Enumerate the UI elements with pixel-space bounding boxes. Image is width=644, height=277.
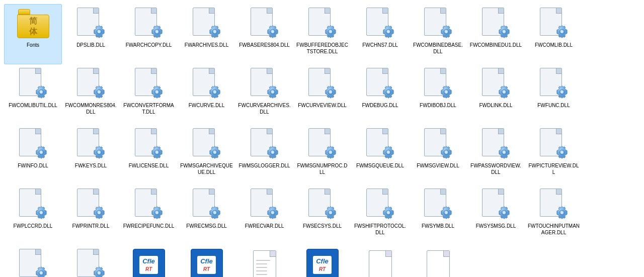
file-item-fwcurvearchives[interactable]: FWCURVEARCHIVES.DLL bbox=[235, 64, 293, 125]
file-item-fwrecmsg[interactable]: FWRECMSG.DLL bbox=[178, 185, 235, 245]
file-item-fwcombinedu1[interactable]: FWCOMBINEDU1.DLL bbox=[467, 4, 525, 64]
svg-point-45 bbox=[213, 151, 216, 154]
file-item-fwpictureview[interactable]: FWPICTUREVIEW.DLL bbox=[525, 125, 583, 185]
file-item-fwcurve[interactable]: FWCURVE.DLL bbox=[178, 64, 235, 125]
file-icon-fwrecmsg bbox=[191, 189, 223, 221]
file-label-fwarchives: FWARCHIVES.DLL bbox=[185, 42, 228, 48]
file-icon-fwshiftprotocol bbox=[364, 189, 396, 221]
file-item-fwarchives[interactable]: FWARCHIVES.DLL bbox=[178, 4, 235, 64]
file-item-fwrecipefunc[interactable]: FWRECIPEFUNC.DLL bbox=[120, 185, 178, 245]
file-item-fwarchcopy[interactable]: FWARCHCOPY.DLL bbox=[120, 4, 178, 64]
file-icon-fwmsglogger bbox=[249, 128, 281, 160]
file-item-fwbufferedobjectstore[interactable]: FWBUFFEREDOBJECTSTORE.DLL bbox=[293, 4, 351, 64]
file-item-fwutilbase[interactable]: FWUTILBASE.DLL bbox=[4, 245, 62, 277]
file-item-fwkeys[interactable]: FWKEYS.DLL bbox=[62, 125, 120, 185]
svg-point-31 bbox=[387, 90, 390, 94]
svg-point-19 bbox=[40, 90, 43, 94]
file-item-hmirtmres[interactable]: CfleRTHMIRTMRES.DLL bbox=[178, 245, 235, 277]
file-icon-fwinfo bbox=[17, 128, 49, 160]
file-item-fwsecsys[interactable]: FWSECSYS.DLL bbox=[293, 185, 351, 245]
file-item-fwsymb[interactable]: FWSYMB.DLL bbox=[409, 185, 467, 245]
file-label-fonts: Fonts bbox=[27, 42, 39, 48]
file-item-fwshiftprotocol[interactable]: FWSHIFTPROTOCOL.DLL bbox=[351, 185, 409, 245]
svg-point-15 bbox=[503, 30, 506, 33]
file-item-fwdlink[interactable]: FWDLINK.DLL bbox=[467, 64, 525, 125]
svg-point-39 bbox=[40, 151, 43, 154]
file-label-fwplccrd: FWPLCCRD.DLL bbox=[14, 223, 53, 229]
file-item-fwsysmsg[interactable]: FWSYSMSG.DLL bbox=[467, 185, 525, 245]
svg-point-65 bbox=[213, 211, 216, 214]
file-label-fwpictureview: FWPICTUREVIEW.DLL bbox=[527, 162, 580, 175]
file-icon-fwdibobj bbox=[422, 68, 454, 100]
file-item-fwdebug[interactable]: FWDEBUG.DLL bbox=[351, 64, 409, 125]
file-item-hmirtm[interactable]: CfleRTHMIRTM.EXE bbox=[120, 245, 178, 277]
file-label-fwprintr: FWPRINTR.DLL bbox=[72, 223, 110, 229]
file-icon-fwutilbase bbox=[17, 249, 49, 277]
file-item-fwcombinedbase[interactable]: FWCOMBINEDBASE.DLL bbox=[409, 4, 467, 64]
svg-point-81 bbox=[98, 271, 101, 274]
file-item-fwcommonres804[interactable]: FWCOMMONRES804.DLL bbox=[62, 64, 120, 125]
file-item-fwinfo[interactable]: FWINFO.DLL bbox=[4, 125, 62, 185]
file-label-fwdibobj: FWDIBOBJ.DLL bbox=[420, 102, 456, 109]
file-icon-fwchns7 bbox=[364, 8, 396, 40]
file-item-fwmsgarchivedqueue[interactable]: FWMSGARCHIVEQUEUE.DLL bbox=[178, 125, 235, 185]
file-item-log[interactable]: LOG bbox=[235, 245, 293, 277]
file-icon-fwcombinedu1 bbox=[480, 8, 512, 40]
file-item-fwfunc[interactable]: FWFUNC.DLL bbox=[525, 64, 583, 125]
svg-point-59 bbox=[40, 211, 43, 214]
file-item-fwcurveview[interactable]: FWCURVEVIEW.DLL bbox=[293, 64, 351, 125]
svg-point-79 bbox=[40, 271, 43, 274]
file-label-fwmsgarchivedqueue: FWMSGARCHIVEQUEUE.DLL bbox=[180, 162, 233, 175]
file-item-fwbaseres804[interactable]: FWBASERES804.DLL bbox=[235, 4, 293, 64]
file-item-pdatapwl2[interactable]: pdata.pwl2 bbox=[409, 245, 467, 277]
file-icon-fwconvertformat bbox=[133, 68, 165, 100]
file-icon-fwsecsys bbox=[306, 189, 339, 221]
file-label-fwmsgview: FWMSGVIEW.DLL bbox=[417, 162, 459, 169]
file-icon-pdatapwl1 bbox=[364, 249, 396, 277]
file-item-fwmsgview[interactable]: FWMSGVIEW.DLL bbox=[409, 125, 467, 185]
file-item-fwrecvar[interactable]: FWRECVAR.DLL bbox=[235, 185, 293, 245]
file-item-fwtouchinputmanager[interactable]: FWTOUCHINPUTMANAGER.DLL bbox=[525, 185, 583, 245]
file-icon-fonts: 简体 bbox=[17, 8, 49, 40]
file-label-fwdlink: FWDLINK.DLL bbox=[479, 102, 512, 109]
svg-point-43 bbox=[155, 151, 158, 154]
svg-point-53 bbox=[445, 151, 448, 154]
file-label-fwlicense: FWLICENSE.DLL bbox=[129, 162, 169, 169]
file-icon-fwprintr bbox=[75, 189, 107, 221]
svg-point-33 bbox=[445, 90, 448, 94]
file-icon-fwbaseres804 bbox=[249, 8, 281, 40]
file-item-fwplccrd[interactable]: FWPLCCRD.DLL bbox=[4, 185, 62, 245]
file-item-fwmsglogger[interactable]: FWMSGLOGGER.DLL bbox=[235, 125, 293, 185]
file-item-fwmsgnumproc[interactable]: FWMSGNUMPROC.DLL bbox=[293, 125, 351, 185]
svg-point-3 bbox=[155, 30, 158, 33]
file-icon-hmirtm: CfleRT bbox=[133, 249, 165, 277]
file-label-fwpasswordview: FWPASSWORDVIEW.DLL bbox=[469, 162, 522, 175]
file-item-fwprintr[interactable]: FWPRINTR.DLL bbox=[62, 185, 120, 245]
file-item-fwmsgqueue[interactable]: FWMSGQUEUE.DLL bbox=[351, 125, 409, 185]
file-label-fwrecvar: FWRECVAR.DLL bbox=[245, 223, 284, 229]
file-item-pdatapwl1[interactable]: pdata.pwl1 bbox=[351, 245, 409, 277]
svg-point-1 bbox=[98, 30, 101, 33]
file-item-dpslib[interactable]: DPSLIB.DLL bbox=[62, 4, 120, 64]
file-icon-fwbufferedobjectstore bbox=[306, 8, 339, 40]
file-item-fwconvertformat[interactable]: FWCONVERTFORMAT.DLL bbox=[120, 64, 178, 125]
file-item-fwdibobj[interactable]: FWDIBOBJ.DLL bbox=[409, 64, 467, 125]
file-icon-fwlicense bbox=[133, 128, 165, 160]
file-label-fwcommonres804: FWCOMMONRES804.DLL bbox=[64, 102, 117, 115]
file-label-fwshiftprotocol: FWSHIFTPROTOCOL.DLL bbox=[354, 223, 407, 236]
file-item-fwutilwndcls[interactable]: FWUTILWNDCLS.DLL bbox=[62, 245, 120, 277]
svg-point-69 bbox=[329, 211, 332, 214]
file-item-fwcomlibutil[interactable]: FWCOMLIBUTIL.DLL bbox=[4, 64, 62, 125]
file-item-fonts[interactable]: 简体Fonts bbox=[4, 4, 62, 64]
file-item-pdata[interactable]: CfleRTPDATA.FWX bbox=[293, 245, 351, 277]
file-item-fwpasswordview[interactable]: FWPASSWORDVIEW.DLL bbox=[467, 125, 525, 185]
svg-point-27 bbox=[271, 90, 274, 94]
file-item-fwlicense[interactable]: FWLICENSE.DLL bbox=[120, 125, 178, 185]
file-item-fwchns7[interactable]: FWCHNS7.DLL bbox=[351, 4, 409, 64]
file-icon-pdata: CfleRT bbox=[306, 249, 339, 277]
file-item-fwcomlib[interactable]: FWCOMLIB.DLL bbox=[525, 4, 583, 64]
file-icon-hmirtmres: CfleRT bbox=[191, 249, 223, 277]
svg-point-29 bbox=[329, 90, 332, 94]
file-icon-fwpictureview bbox=[538, 128, 570, 160]
file-icon-fwtouchinputmanager bbox=[538, 189, 570, 221]
